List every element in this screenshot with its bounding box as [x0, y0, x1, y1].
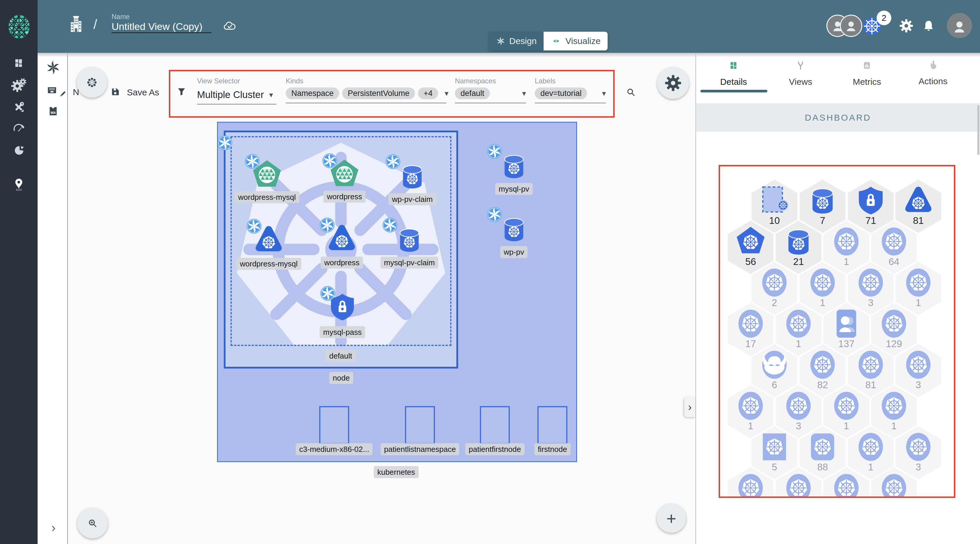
settings-button[interactable] — [899, 19, 913, 34]
sidebar-item-kanvas-pin[interactable] — [0, 175, 38, 193]
plus-icon: + — [667, 509, 676, 528]
cluster-node-square[interactable] — [480, 406, 510, 444]
canvas-settings-fab[interactable] — [657, 67, 689, 99]
view-name-input[interactable] — [111, 21, 208, 32]
name-field-underline — [111, 32, 212, 33]
app-logo[interactable] — [5, 13, 33, 42]
hex-count: 129 — [870, 338, 918, 349]
strip-expand-button[interactable]: › — [47, 519, 60, 536]
canvas-node-label[interactable]: wp-pv-claim — [388, 193, 436, 205]
zoom-in-fab[interactable] — [77, 508, 108, 538]
canvas-node-label[interactable]: mysql-pv — [495, 183, 533, 195]
details-grid-icon — [726, 58, 741, 73]
canvas-node-volume[interactable] — [500, 152, 528, 181]
chevron-down-icon[interactable]: ▾ — [522, 89, 526, 98]
tab-details[interactable]: Details — [703, 58, 764, 87]
canvas-node-label[interactable]: wordpress-mysql — [236, 258, 301, 270]
light-icon — [831, 390, 862, 421]
tab-design[interactable]: Design — [489, 32, 544, 51]
kinds-field[interactable]: Kinds NamespacePersistentVolume+4 ▾ — [286, 77, 449, 103]
cluster-node-square[interactable] — [538, 406, 567, 444]
strip-edit-button[interactable] — [56, 87, 69, 102]
kind-chip[interactable]: PersistentVolume — [342, 87, 415, 99]
meshery-badge-icon — [321, 152, 338, 170]
collaborator-avatar[interactable] — [840, 15, 862, 37]
volume-icon — [500, 215, 528, 243]
add-node-fab[interactable]: + — [657, 503, 686, 533]
context-count-badge[interactable]: 2 — [877, 11, 891, 25]
canvas-node-label[interactable]: wp-pv — [500, 246, 527, 258]
namespaces-field[interactable]: Namespaces default ▾ — [455, 77, 526, 103]
design-spiral-icon — [45, 60, 61, 75]
hex-count: 64 — [870, 256, 918, 267]
panel-scrollbar[interactable] — [977, 105, 979, 155]
tab-views[interactable]: Views — [770, 58, 831, 87]
field-underline — [197, 104, 276, 105]
user-avatar[interactable] — [947, 13, 972, 38]
save-as-label[interactable]: Save As — [127, 87, 159, 97]
active-tab-underline — [700, 90, 767, 92]
organization-button[interactable] — [66, 15, 86, 36]
light-icon — [783, 390, 814, 421]
sidebar-item-lifecycle-gears[interactable] — [0, 76, 38, 93]
view-selector-field[interactable]: View Selector Multiple Cluster ▾ — [197, 77, 276, 105]
performance-speedometer-icon — [11, 121, 27, 137]
sidebar-item-configuration-tools[interactable] — [0, 99, 38, 115]
cluster-node-square[interactable] — [405, 406, 435, 444]
canvas-node-volume[interactable] — [395, 226, 423, 255]
panel-collapse-button[interactable]: › — [684, 397, 695, 417]
sidebar-item-extensions[interactable] — [0, 143, 38, 159]
save-floppy-icon — [108, 84, 123, 99]
canvas-node-label[interactable]: mysql-pv-claim — [380, 257, 438, 269]
hex-count: 3 — [895, 462, 942, 473]
kind-chip[interactable]: Namespace — [286, 87, 339, 99]
meshery-badge-icon — [382, 217, 398, 235]
chevron-down-icon[interactable]: ▾ — [602, 89, 606, 98]
cluster-node-label[interactable]: c3-medium-x86-02... — [296, 443, 373, 455]
sidebar-item-performance-speedometer[interactable] — [0, 121, 38, 137]
hexagon-dashboard-grid: 1077181562116421311711371296828131311588… — [719, 165, 955, 497]
cluster-node-square[interactable] — [319, 406, 349, 444]
tab-visualize[interactable]: Visualize — [544, 32, 608, 51]
hex-count: 71 — [847, 215, 894, 226]
node-label[interactable]: node — [329, 372, 353, 384]
k8s-scale-fab[interactable] — [76, 67, 107, 98]
canvas-node-label[interactable]: wordpress-mysql — [235, 191, 299, 203]
canvas-node-volume[interactable] — [500, 215, 528, 244]
labels-field[interactable]: Labels dev=tutorial ▾ — [535, 77, 606, 103]
cluster-node-label[interactable]: patientfirstnode — [465, 443, 525, 455]
light-icon — [759, 267, 790, 298]
view-selector-value[interactable]: Multiple Cluster — [197, 89, 264, 100]
chevron-down-icon[interactable]: ▾ — [445, 89, 449, 98]
canvas-node-volume[interactable] — [398, 162, 426, 192]
tab-actions[interactable]: Actions — [902, 58, 964, 86]
namespace-label[interactable]: default — [326, 350, 356, 362]
chevron-down-icon[interactable]: ▾ — [269, 90, 273, 100]
cluster-label[interactable]: kubernetes — [374, 466, 419, 478]
cloud-saved-indicator[interactable] — [221, 17, 239, 36]
lifecycle-gears-icon — [10, 76, 27, 93]
visualize-label: Visualize — [565, 36, 601, 46]
strip-design-button[interactable] — [45, 60, 61, 76]
kind-chip[interactable]: +4 — [418, 87, 438, 99]
save-as-button[interactable] — [108, 84, 123, 100]
tab-metrics[interactable]: Metrics — [836, 58, 898, 87]
filter-button[interactable] — [175, 84, 189, 100]
light-icon — [903, 349, 934, 380]
label-chip[interactable]: dev=tutorial — [535, 87, 587, 99]
canvas-node-label[interactable]: wordpress — [323, 191, 366, 203]
canvas-node-label[interactable]: mysql-pass — [320, 326, 365, 338]
meshery-badge-icon — [486, 206, 503, 224]
canvas-node-label[interactable]: wordpress — [321, 257, 363, 269]
hex-count: 1 — [727, 420, 774, 431]
hex-count: 2 — [751, 297, 798, 308]
strip-wasm-button[interactable] — [45, 103, 61, 120]
search-button[interactable] — [623, 84, 639, 101]
hex-count: 1 — [895, 297, 942, 308]
namespace-chip[interactable]: default — [455, 87, 490, 99]
light-icon — [903, 431, 934, 462]
sidebar-item-dashboard[interactable] — [0, 55, 38, 71]
cluster-node-label[interactable]: patientlistnamespace — [380, 443, 459, 455]
cluster-node-label[interactable]: firstnode — [534, 443, 571, 455]
notifications-button[interactable] — [921, 19, 935, 34]
